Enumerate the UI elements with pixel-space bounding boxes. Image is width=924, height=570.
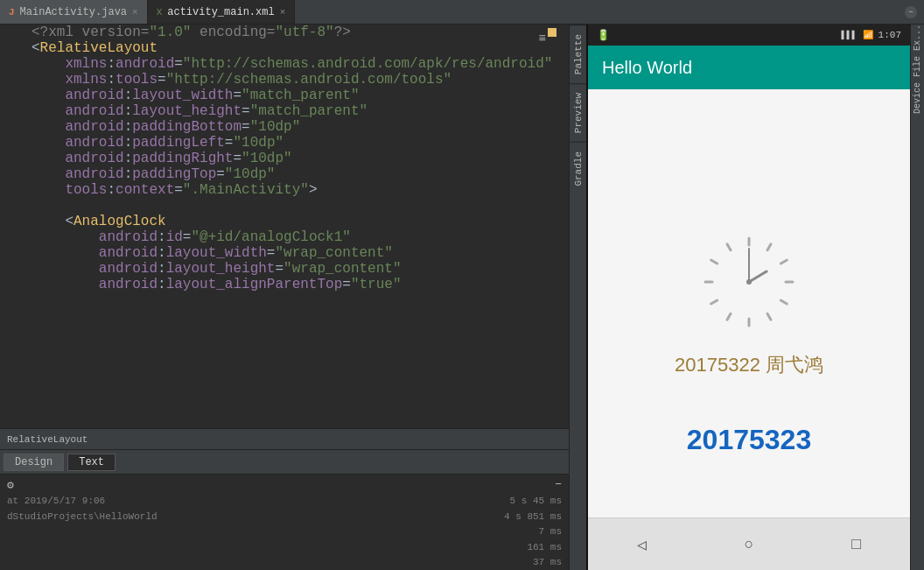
code-line: <AnalogClock [0, 214, 569, 229]
code-line: tools:context=".MainActivity"> [0, 182, 569, 198]
svg-point-14 [746, 279, 752, 285]
gradle-tab[interactable]: Gradle [570, 142, 586, 195]
svg-line-7 [727, 313, 731, 320]
code-line: android:layout_height="wrap_content" [0, 261, 569, 277]
xml-icon: X [157, 7, 163, 18]
code-line: android:layout_alignParentTop="true" [0, 277, 569, 292]
code-line: android:paddingBottom="10dp" [0, 119, 569, 135]
text-tab[interactable]: Text [67, 454, 116, 471]
preview-tab[interactable]: Preview [570, 83, 586, 142]
svg-line-8 [711, 300, 718, 304]
minimize-button[interactable]: − [905, 6, 917, 18]
code-editor[interactable]: ≡ <?xml version="1.0" encoding="utf-8"?>… [0, 25, 569, 428]
student-id-text: 20175322 周弋鸿 [675, 352, 823, 378]
breadcrumb-bar: RelativeLayout [0, 428, 569, 449]
svg-line-2 [780, 260, 787, 264]
code-line: android:layout_width="wrap_content" [0, 245, 569, 261]
device-file-panel: Device File Ex... [910, 25, 924, 570]
phone-appbar: Hello World [588, 46, 910, 89]
svg-line-12 [749, 271, 766, 282]
close-tab-icon[interactable]: × [280, 7, 286, 18]
phone-content: 20175322 周弋鸿 20175323 [588, 89, 910, 517]
svg-line-4 [780, 300, 787, 304]
code-line: <RelativeLayout [0, 40, 569, 56]
tab-activity-xml[interactable]: X activity_main.xml × [148, 0, 296, 24]
settings-icon[interactable]: ⚙ [7, 478, 14, 492]
svg-line-1 [767, 243, 771, 250]
wifi-icon: 📶 [863, 30, 873, 40]
fold-icon[interactable]: ≡ [539, 32, 546, 46]
bottom-tabs: Design Text [4, 454, 116, 471]
code-line: xmlns:android="http://schemas.android.co… [0, 56, 569, 72]
phone-preview: 🔋 ▌▌▌ 📶 1:07 Hello World [586, 25, 910, 570]
tab-label: activity_main.xml [167, 6, 274, 18]
code-line: android:id="@+id/analogClock1" [0, 229, 569, 245]
phone-navbar: ◁ ○ □ [588, 517, 910, 570]
editor-area: ≡ <?xml version="1.0" encoding="utf-8"?>… [0, 25, 569, 570]
code-line [0, 198, 569, 214]
log-line: 37 ms [7, 555, 562, 570]
log-area[interactable]: ⚙ − at 2019/5/17 9:06 5 s 45 ms dStudioP… [0, 474, 569, 570]
home-button[interactable]: ○ [732, 527, 766, 562]
tab-main-activity[interactable]: J MainActivity.java × [0, 0, 148, 24]
tab-label: MainActivity.java [20, 6, 127, 18]
phone-status-right: ▌▌▌ 📶 1:07 [842, 30, 901, 40]
log-line: at 2019/5/17 9:06 5 s 45 ms [7, 494, 562, 510]
collapse-icon[interactable]: − [555, 478, 562, 492]
time-display: 1:07 [878, 30, 901, 40]
vertical-tabs: Palette Preview Gradle [569, 25, 586, 570]
svg-line-10 [711, 260, 718, 264]
back-button[interactable]: ◁ [624, 527, 659, 562]
breadcrumb: RelativeLayout [7, 434, 88, 445]
palette-tab[interactable]: Palette [570, 25, 586, 83]
tab-bar: J MainActivity.java × X activity_main.xm… [0, 0, 924, 25]
signal-icon: ▌▌▌ [842, 31, 858, 40]
code-line: android:layout_height="match_parent" [0, 103, 569, 119]
log-line: 7 ms [7, 524, 562, 540]
code-line: <?xml version="1.0" encoding="utf-8"?> [0, 25, 569, 40]
close-tab-icon[interactable]: × [132, 7, 138, 18]
design-tab[interactable]: Design [4, 454, 64, 471]
window-controls: − [905, 6, 924, 18]
yellow-indicator [548, 28, 556, 37]
code-line: android:paddingRight="10dp" [0, 151, 569, 166]
app-title: Hello World [602, 58, 692, 78]
code-line: xmlns:tools="http://schemas.android.com/… [0, 72, 569, 88]
code-line: android:paddingTop="10dp" [0, 166, 569, 182]
svg-line-11 [727, 243, 731, 250]
battery-icon: 🔋 [597, 29, 610, 42]
code-line: android:paddingLeft="10dp" [0, 135, 569, 151]
phone-status-left: 🔋 [597, 29, 610, 42]
main-area: ≡ <?xml version="1.0" encoding="utf-8"?>… [0, 25, 924, 570]
code-line: android:layout_width="match_parent" [0, 88, 569, 103]
log-line: 161 ms [7, 540, 562, 556]
phone-status-bar: 🔋 ▌▌▌ 📶 1:07 [588, 25, 910, 46]
clock-svg [696, 229, 802, 334]
java-icon: J [9, 7, 15, 18]
device-file-label[interactable]: Device File Ex... [913, 25, 922, 121]
log-line: dStudioProjects\HelloWorld 4 s 851 ms [7, 510, 562, 525]
phone-bottom-id: 20175323 [588, 424, 910, 456]
analog-clock [696, 229, 802, 334]
svg-line-5 [767, 313, 771, 320]
recents-button[interactable]: □ [839, 527, 874, 562]
